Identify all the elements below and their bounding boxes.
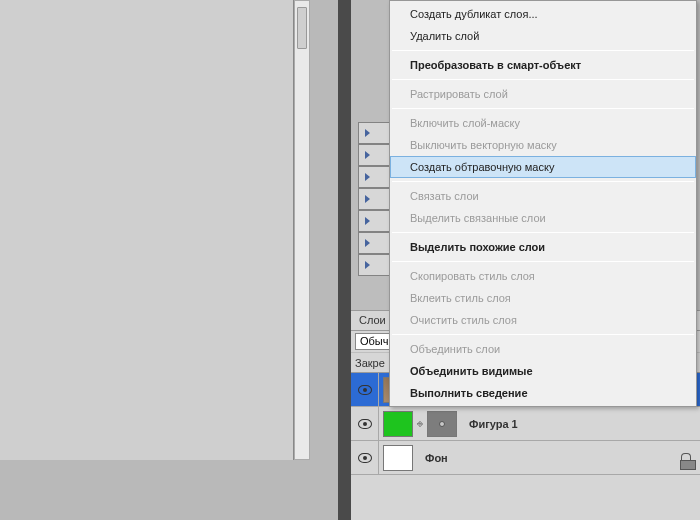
menu-separator xyxy=(392,181,694,182)
canvas-scrollbar[interactable] xyxy=(294,0,310,460)
layer-thumbnail[interactable] xyxy=(383,411,413,437)
menu-item[interactable]: Удалить слой xyxy=(390,25,696,47)
eye-icon xyxy=(358,419,372,429)
lock-label: Закре xyxy=(355,357,385,369)
link-icon: ⎆ xyxy=(417,418,423,429)
panel-toggle[interactable] xyxy=(358,144,390,166)
panel-toggle[interactable] xyxy=(358,232,390,254)
menu-separator xyxy=(392,108,694,109)
menu-item: Вклеить стиль слоя xyxy=(390,287,696,309)
menu-item[interactable]: Преобразовать в смарт-объект xyxy=(390,54,696,76)
menu-item: Объединить слои xyxy=(390,338,696,360)
layer-name[interactable]: Фигура 1 xyxy=(461,418,700,430)
layer-thumbs xyxy=(379,445,417,471)
panel-toggle[interactable] xyxy=(358,122,390,144)
vector-mask-icon xyxy=(439,421,445,427)
menu-separator xyxy=(392,79,694,80)
panel-toggle[interactable] xyxy=(358,210,390,232)
visibility-toggle[interactable] xyxy=(351,373,379,406)
menu-separator xyxy=(392,50,694,51)
menu-item[interactable]: Выполнить сведение xyxy=(390,382,696,404)
expand-icon xyxy=(365,217,370,225)
menu-separator xyxy=(392,232,694,233)
expand-icon xyxy=(365,239,370,247)
menu-item: Выделить связанные слои xyxy=(390,207,696,229)
menu-item[interactable]: Создать обтравочную маску xyxy=(390,156,696,178)
mask-link[interactable]: ⎆ xyxy=(415,418,425,429)
panel-toggle[interactable] xyxy=(358,188,390,210)
menu-separator xyxy=(392,334,694,335)
panel-toggle[interactable] xyxy=(358,254,390,276)
menu-separator xyxy=(392,261,694,262)
eye-icon xyxy=(358,453,372,463)
panel-toggle[interactable] xyxy=(358,166,390,188)
expand-icon xyxy=(365,195,370,203)
layer-thumbs: ⎆ xyxy=(379,411,461,437)
menu-item: Скопировать стиль слоя xyxy=(390,265,696,287)
canvas-area xyxy=(0,0,338,520)
mask-thumbnail[interactable] xyxy=(427,411,457,437)
layer-row[interactable]: Фон xyxy=(351,441,700,475)
menu-item: Связать слои xyxy=(390,185,696,207)
menu-item[interactable]: Создать дубликат слоя... xyxy=(390,3,696,25)
layer-name[interactable]: Фон xyxy=(417,452,672,464)
menu-item: Растрировать слой xyxy=(390,83,696,105)
document-canvas[interactable] xyxy=(0,0,294,460)
eye-icon xyxy=(358,385,372,395)
menu-item: Очистить стиль слоя xyxy=(390,309,696,331)
menu-item[interactable]: Выделить похожие слои xyxy=(390,236,696,258)
menu-item: Включить слой-маску xyxy=(390,112,696,134)
expand-icon xyxy=(365,173,370,181)
collapsed-panel-toggles xyxy=(358,122,390,276)
visibility-toggle[interactable] xyxy=(351,407,379,440)
expand-icon xyxy=(365,261,370,269)
lock-indicator xyxy=(672,453,700,463)
panel-divider xyxy=(338,0,351,520)
layer-row[interactable]: ⎆ Фигура 1 xyxy=(351,407,700,441)
lock-icon xyxy=(681,453,691,463)
layer-context-menu: Создать дубликат слоя...Удалить слойПрео… xyxy=(389,0,697,407)
menu-item: Выключить векторную маску xyxy=(390,134,696,156)
expand-icon xyxy=(365,129,370,137)
visibility-toggle[interactable] xyxy=(351,441,379,474)
expand-icon xyxy=(365,151,370,159)
layer-thumbnail[interactable] xyxy=(383,445,413,471)
menu-item[interactable]: Объединить видимые xyxy=(390,360,696,382)
